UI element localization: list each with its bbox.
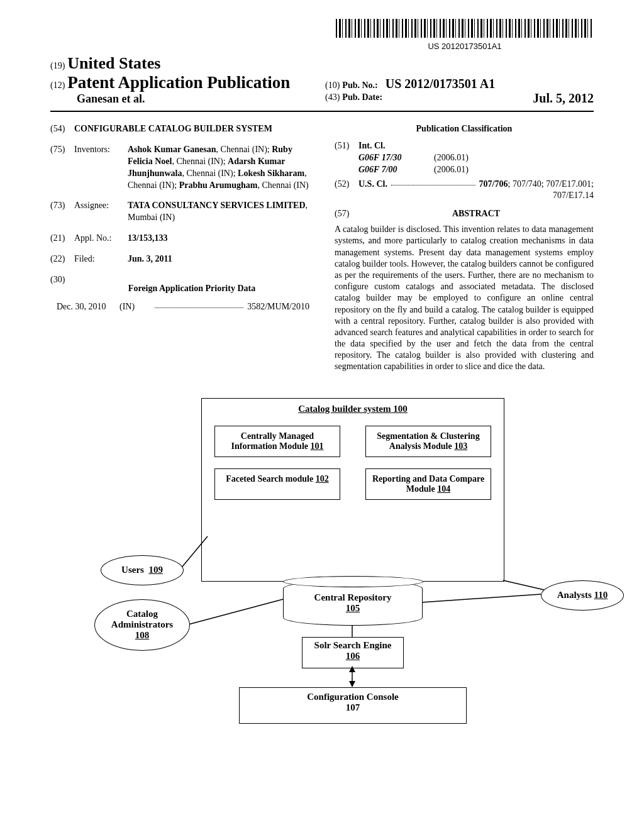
dots-line	[155, 301, 243, 308]
pub-class-head: Publication Classification	[335, 123, 594, 135]
uscl-label: U.S. Cl.	[358, 179, 387, 202]
config-console: Configuration Console107	[239, 687, 467, 724]
pub-date-label: Pub. Date:	[342, 92, 382, 102]
header: (19) United States (12) Patent Applicati…	[50, 54, 594, 112]
foreign-num: 3582/MUM/2010	[247, 301, 309, 313]
inventors-code: (75)	[50, 144, 74, 192]
abstract-code: (57)	[335, 208, 358, 224]
assignee-code: (73)	[50, 200, 74, 224]
filed-value: Jun. 3, 2011	[128, 253, 309, 265]
abstract-head: ABSTRACT	[358, 208, 594, 220]
filed-code: (22)	[50, 253, 74, 265]
foreign-head: Foreign Application Priority Data	[74, 283, 309, 295]
abstract-body: A catalog builder is disclosed. This inv…	[335, 224, 594, 372]
module-103: Segmentation & Clustering Analysis Modul…	[365, 426, 491, 457]
solr-engine: Solr Search Engine106	[302, 637, 404, 668]
publication-type: Patent Application Publication	[67, 73, 290, 92]
intcl-2-name: G06F 7/00	[358, 164, 434, 176]
inventors-value: Ashok Kumar Ganesan, Chennai (IN); Ruby …	[128, 144, 309, 192]
country-label: United States	[67, 54, 160, 72]
filed-label: Filed:	[74, 253, 128, 265]
barcode-block: US 20120173501A1	[50, 19, 594, 52]
uscl-code: (52)	[335, 179, 358, 202]
barcode-icon	[336, 19, 594, 38]
code-10: (10)	[325, 80, 340, 90]
author-line: Ganesan et al.	[50, 92, 319, 106]
foreign-country: (IN)	[119, 301, 151, 313]
patent-page: US 20120173501A1 (19) United States (12)…	[0, 0, 644, 769]
pub-no-label: Pub. No.:	[342, 80, 377, 90]
uscl-value-rest: ; 707/740; 707/E17.001;707/E17.14	[508, 179, 594, 201]
intcl-1-name: G06F 17/30	[358, 152, 434, 164]
foreign-date: Dec. 30, 2010	[50, 301, 119, 313]
dots-line	[391, 179, 475, 185]
foreign-code: (30)	[50, 274, 74, 301]
pub-no: US 2012/0173501 A1	[386, 77, 495, 91]
invention-title: CONFIGURABLE CATALOG BUILDER SYSTEM	[74, 123, 309, 135]
code-43: (43)	[325, 92, 340, 102]
svg-marker-6	[349, 681, 355, 687]
assignee-value: TATA CONSULTANCY SERVICES LIMITED, Mumba…	[128, 200, 309, 224]
svg-line-8	[503, 580, 544, 590]
figure-1: Catalog builder system 100 Centrally Man…	[50, 392, 594, 744]
module-101: Centrally Managed Information Module 101	[214, 426, 340, 457]
admins-ellipse: Catalog Administrators108	[94, 599, 190, 651]
code-19: (19)	[50, 61, 65, 70]
inventors-label: Inventors:	[74, 144, 128, 192]
intcl-label: Int. Cl.	[358, 140, 594, 152]
barcode-number: US 20120173501A1	[336, 42, 594, 51]
analysts-ellipse: Analysts 110	[541, 580, 624, 611]
foreign-priority-block: (30) Foreign Application Priority Data D…	[50, 274, 309, 313]
assignee-label: Assignee:	[74, 200, 128, 224]
system-box: Catalog builder system 100 Centrally Man…	[201, 398, 504, 582]
module-104: Reporting and Data Compare Module 104	[365, 468, 491, 500]
svg-line-1	[189, 599, 283, 624]
intcl-code: (51)	[335, 140, 358, 176]
system-title: Catalog builder system 100	[202, 404, 504, 414]
central-repository: Central Repository105	[283, 580, 423, 626]
pub-date: Jul. 5, 2012	[533, 91, 594, 106]
intcl-1-ver: (2006.01)	[434, 152, 469, 164]
applno-value: 13/153,133	[128, 233, 309, 245]
bibliographic-data: (54) CONFIGURABLE CATALOG BUILDER SYSTEM…	[50, 123, 594, 373]
intcl-2-ver: (2006.01)	[434, 164, 469, 176]
applno-label: Appl. No.:	[74, 233, 128, 245]
code-12: (12)	[50, 80, 65, 90]
module-102: Faceted Search module 102	[214, 468, 340, 500]
title-code: (54)	[50, 123, 74, 135]
svg-line-7	[421, 594, 541, 602]
applno-code: (21)	[50, 233, 74, 245]
users-ellipse: Users 109	[101, 555, 184, 585]
